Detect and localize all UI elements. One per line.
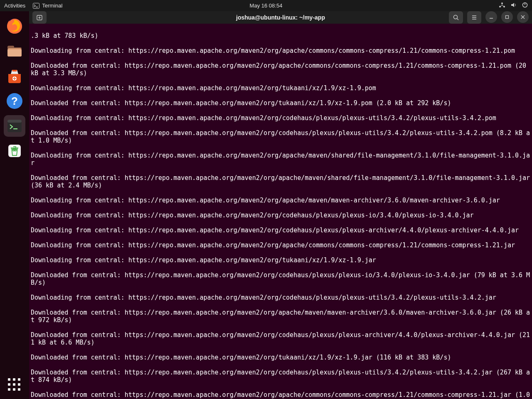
term-line: Downloading from central: https://repo.m… <box>31 84 530 92</box>
terminal-small-icon <box>33 3 39 9</box>
terminal-output[interactable]: .3 kB at 783 kB/s) Downloading from cent… <box>29 24 532 399</box>
dock-files[interactable] <box>4 40 25 62</box>
term-line: Downloading from central: https://repo.m… <box>31 294 530 301</box>
new-tab-button[interactable] <box>32 11 47 24</box>
dock-firefox[interactable] <box>4 15 25 37</box>
dock-help[interactable]: ? <box>4 90 25 112</box>
svg-rect-15 <box>7 120 22 123</box>
svg-rect-27 <box>506 16 509 19</box>
term-line: Downloading from central: https://repo.m… <box>31 47 530 54</box>
term-line: Downloaded from central: https://repo.ma… <box>31 174 530 189</box>
ubuntu-dock: ? <box>0 11 29 399</box>
window-title: joshua@ubuntu-linux: ~/my-app <box>236 14 325 21</box>
svg-point-21 <box>454 15 458 19</box>
svg-point-1 <box>501 2 503 4</box>
clock[interactable]: May 16 08:54 <box>250 2 283 9</box>
window-titlebar: joshua@ubuntu-linux: ~/my-app <box>29 11 532 24</box>
svg-line-22 <box>457 19 459 20</box>
maximize-icon <box>505 15 510 20</box>
svg-rect-9 <box>7 49 22 57</box>
term-line: Downloading from central: https://repo.m… <box>31 197 530 204</box>
svg-rect-10 <box>8 48 21 49</box>
term-line: Downloading from central: https://repo.m… <box>31 256 530 264</box>
current-app-indicator[interactable]: Terminal <box>33 2 62 9</box>
terminal-window: joshua@ubuntu-linux: ~/my-app .3 kB at 7… <box>29 11 532 399</box>
svg-text:?: ? <box>11 95 18 107</box>
network-icon[interactable] <box>499 2 505 9</box>
menu-button[interactable] <box>467 11 481 24</box>
svg-rect-0 <box>33 3 39 8</box>
term-line: Downloading from central: https://repo.m… <box>31 114 530 122</box>
new-tab-icon <box>36 14 43 21</box>
dock-software[interactable] <box>4 65 25 87</box>
term-line: Downloaded from central: https://repo.ma… <box>31 309 530 324</box>
maximize-button[interactable] <box>501 11 513 23</box>
term-line: Downloading from central: https://repo.m… <box>31 212 530 219</box>
term-line: Downloading from central: https://repo.m… <box>31 241 530 249</box>
term-line: Downloaded from central: https://repo.ma… <box>31 129 530 144</box>
current-app-label: Terminal <box>42 2 62 9</box>
term-line: .3 kB at 783 kB/s) <box>31 32 530 39</box>
term-line: Downloaded from central: https://repo.ma… <box>31 62 530 77</box>
search-button[interactable] <box>449 11 463 24</box>
term-line: Downloading from central: https://repo.m… <box>31 227 530 234</box>
term-line: Downloaded from central: https://repo.ma… <box>31 331 530 346</box>
minimize-button[interactable] <box>485 11 497 23</box>
close-icon <box>520 15 525 20</box>
volume-icon[interactable] <box>510 2 517 9</box>
term-line: Downloading from central: https://repo.m… <box>31 152 530 167</box>
hamburger-icon <box>471 14 478 21</box>
gnome-top-panel: Activities Terminal May 16 08:54 <box>0 0 532 11</box>
term-line: Downloaded from central: https://repo.ma… <box>31 369 530 384</box>
dock-trash[interactable] <box>4 140 25 162</box>
search-icon <box>453 14 459 21</box>
activities-button[interactable]: Activities <box>4 2 25 9</box>
dock-terminal[interactable] <box>4 115 25 137</box>
show-applications-button[interactable] <box>8 378 21 392</box>
minimize-icon <box>489 15 494 20</box>
term-line: Downloaded from central: https://repo.ma… <box>31 99 530 107</box>
term-line: Downloaded from central: https://repo.ma… <box>31 354 530 361</box>
term-line: Downloaded from central: https://repo.ma… <box>31 391 530 399</box>
close-button[interactable] <box>517 11 529 23</box>
term-line: Downloaded from central: https://repo.ma… <box>31 271 530 286</box>
power-icon[interactable] <box>522 2 528 9</box>
